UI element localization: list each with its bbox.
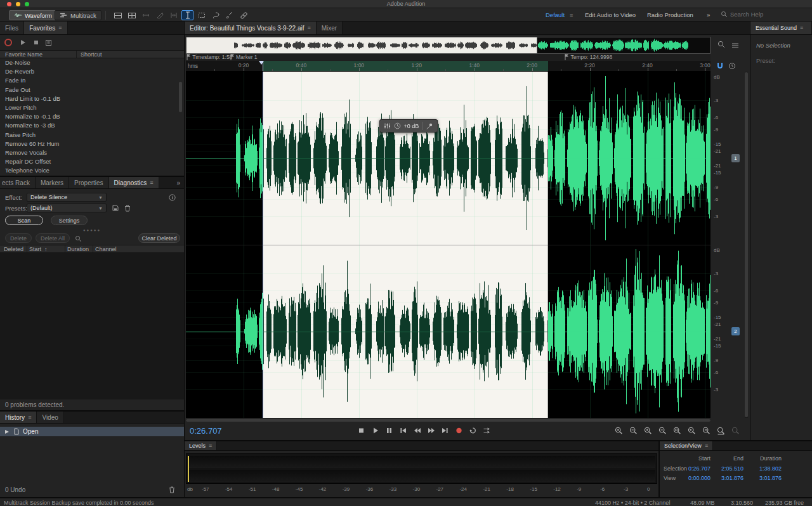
zoom-out-amplitude-button[interactable] bbox=[627, 425, 639, 436]
ruler-options-button[interactable] bbox=[727, 61, 737, 70]
selection-duration-value[interactable]: 1:38.802 bbox=[749, 465, 782, 472]
tab-favorites[interactable]: Favorites≡ bbox=[24, 22, 67, 34]
column-duration[interactable]: Duration bbox=[67, 246, 89, 252]
marker-lane[interactable]: Timestamp: 1:58Marker 1Tempo: 124.9998 bbox=[186, 54, 710, 61]
panel-menu-icon[interactable]: ≡ bbox=[800, 25, 803, 31]
settings-button[interactable]: Settings bbox=[51, 216, 88, 225]
channel-1-badge[interactable]: 1 bbox=[731, 154, 740, 162]
zoom-selection-in-point-button[interactable] bbox=[686, 425, 697, 436]
tab-properties[interactable]: Properties bbox=[69, 177, 109, 188]
zoom-full-button[interactable] bbox=[715, 425, 726, 436]
favorite-item[interactable]: Remove 60 Hz Hum bbox=[0, 139, 181, 148]
multitrack-mode-button[interactable]: Multitrack bbox=[55, 10, 102, 20]
search-help-input[interactable] bbox=[730, 11, 800, 18]
column-shortcut[interactable]: Shortcut bbox=[81, 51, 102, 58]
timeline-marker[interactable]: Tempo: 124.9998 bbox=[565, 54, 612, 60]
panel-menu-icon[interactable]: ≡ bbox=[28, 414, 31, 420]
skip-to-end-button[interactable] bbox=[439, 425, 450, 436]
selection-start-value[interactable]: 0:26.707 bbox=[683, 465, 710, 472]
panel-splitter-handle[interactable]: ●●●●● bbox=[0, 228, 184, 232]
zoom-selection-out-point-button[interactable] bbox=[700, 425, 712, 436]
tab-essential-sound[interactable]: Essential Sound≡ bbox=[750, 22, 812, 34]
channel-2-badge[interactable]: 2 bbox=[731, 327, 740, 335]
presets-dropdown[interactable]: (Default)▼ bbox=[27, 204, 107, 212]
maximize-window-button[interactable] bbox=[25, 2, 29, 6]
slip-tool-button[interactable] bbox=[167, 10, 180, 20]
column-deleted[interactable]: Deleted bbox=[4, 246, 23, 252]
favorite-item[interactable]: Fade Out bbox=[0, 86, 181, 94]
play-button[interactable] bbox=[369, 425, 381, 436]
timeline-ruler[interactable]: hms 0:200:401:001:201:402:002:202:403:00 bbox=[186, 61, 710, 72]
view-end-value[interactable]: 3:01.876 bbox=[716, 475, 743, 481]
favorite-item[interactable]: De-Reverb bbox=[0, 67, 181, 76]
favorite-item[interactable]: Normalize to -3 dB bbox=[0, 121, 181, 130]
clear-history-button[interactable] bbox=[167, 485, 176, 494]
minimize-window-button[interactable] bbox=[16, 2, 20, 6]
favorite-item[interactable]: Normalize to -0.1 dB bbox=[0, 112, 181, 121]
history-item-open[interactable]: Open bbox=[0, 427, 184, 436]
favorite-item[interactable]: Repair DC Offset bbox=[0, 157, 181, 166]
paintbrush-tool-button[interactable] bbox=[223, 10, 235, 20]
tab-levels[interactable]: Levels≡ bbox=[185, 441, 217, 450]
scan-button[interactable]: Scan bbox=[5, 216, 43, 225]
timeline-marker[interactable]: Timestamp: 1:58 bbox=[187, 54, 232, 60]
workspace-radio-production-button[interactable]: Radio Production bbox=[647, 11, 693, 18]
column-channel[interactable]: Channel bbox=[95, 246, 117, 252]
tab-mixer[interactable]: Mixer bbox=[317, 22, 343, 34]
marquee-selection-tool-button[interactable] bbox=[195, 10, 207, 20]
close-window-button[interactable] bbox=[7, 2, 11, 6]
column-favorite-name[interactable]: Favorite Name bbox=[5, 51, 43, 58]
play-favorite-button[interactable] bbox=[18, 37, 28, 48]
vertical-scrollbar-thumb[interactable] bbox=[745, 72, 748, 417]
zoom-out-time-button[interactable] bbox=[657, 425, 668, 436]
workspace-overflow-button[interactable]: » bbox=[707, 11, 710, 18]
workspace-menu-icon[interactable]: ≡ bbox=[570, 12, 573, 18]
effect-dropdown[interactable]: Delete Silence▼ bbox=[27, 193, 107, 202]
tab-markers[interactable]: Markers bbox=[36, 177, 69, 188]
favorite-item[interactable]: Telephone Voice bbox=[0, 166, 181, 175]
view-start-value[interactable]: 0:00.000 bbox=[683, 475, 710, 481]
column-start[interactable]: Start bbox=[29, 246, 41, 252]
workspace-edit-audio-to-video-button[interactable]: Edit Audio to Video bbox=[585, 11, 636, 18]
zoom-to-selection-button[interactable] bbox=[671, 425, 683, 436]
stop-favorite-button[interactable] bbox=[31, 37, 41, 48]
info-button[interactable] bbox=[167, 193, 176, 202]
playhead-time-display[interactable]: 0:26.707 bbox=[190, 426, 222, 436]
zoom-reset-button[interactable] bbox=[730, 425, 741, 436]
overview-menu-button[interactable] bbox=[730, 41, 740, 51]
panel-menu-icon[interactable]: ≡ bbox=[58, 25, 62, 31]
batch-favorite-button[interactable] bbox=[44, 37, 54, 48]
vertical-scrollbar[interactable] bbox=[745, 72, 748, 418]
delete-preset-button[interactable] bbox=[123, 204, 132, 212]
ruler-unit-label[interactable]: hms bbox=[188, 63, 198, 69]
view-duration-value[interactable]: 3:01.876 bbox=[749, 475, 782, 481]
favorite-item[interactable]: Lower Pitch bbox=[0, 103, 181, 112]
tab-editor[interactable]: Editor: Beautiful Things Vocals 3-9-22.a… bbox=[185, 22, 317, 34]
pause-button[interactable] bbox=[383, 425, 395, 436]
horizontal-scrollbar[interactable] bbox=[186, 419, 710, 422]
timeline-marker[interactable]: Marker 1 bbox=[230, 54, 258, 60]
deleted-list-area[interactable] bbox=[0, 253, 184, 399]
tab-video[interactable]: Video bbox=[37, 412, 63, 423]
playhead-handle[interactable] bbox=[259, 61, 264, 65]
tab-effects-rack[interactable]: ects Rack bbox=[0, 177, 36, 188]
record-button[interactable] bbox=[453, 425, 464, 436]
level-meters[interactable] bbox=[186, 453, 657, 484]
selection-end-value[interactable]: 2:05.510 bbox=[716, 465, 743, 472]
clear-deleted-button[interactable]: Clear Deleted bbox=[138, 233, 180, 243]
razor-tool-button[interactable] bbox=[154, 10, 166, 20]
record-favorite-button[interactable] bbox=[3, 37, 13, 48]
spot-healing-brush-tool-button[interactable] bbox=[237, 10, 249, 20]
lasso-selection-tool-button[interactable] bbox=[209, 10, 221, 20]
horizontal-scrollbar-thumb[interactable] bbox=[186, 419, 710, 422]
save-preset-button[interactable] bbox=[111, 204, 120, 212]
tab-history[interactable]: History≡ bbox=[0, 412, 37, 423]
favorite-item[interactable]: Hard Limit to -0.1 dB bbox=[0, 94, 181, 103]
search-deleted-button[interactable] bbox=[74, 234, 82, 243]
loop-playback-button[interactable] bbox=[467, 425, 478, 436]
move-tool-button[interactable] bbox=[140, 10, 152, 20]
favorite-item[interactable]: Remove Vocals bbox=[0, 148, 181, 157]
favorite-item[interactable]: Fade In bbox=[0, 76, 181, 85]
waveform-mode-button[interactable]: Waveform bbox=[9, 10, 57, 20]
stop-button[interactable] bbox=[355, 425, 367, 436]
